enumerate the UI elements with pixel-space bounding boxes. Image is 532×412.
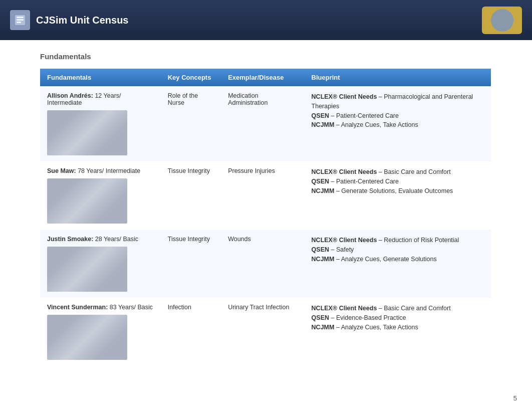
exemplar-cell-sue-maw: Pressure Injuries [221,161,304,230]
blueprint-line: QSEN – Evidence-Based Practice [312,314,406,321]
blueprint-line: NCLEX® Client Needs – Pharmacological an… [312,93,473,110]
blueprint-label: NCLEX® Client Needs [312,237,377,244]
patient-name: Justin Smoake: [47,236,93,243]
exemplar-cell-allison-andres: Medication Administration [221,86,304,161]
app-logo [10,10,30,30]
patient-info: 83 Years/ Basic [108,304,153,311]
blueprint-cell-sue-maw: NCLEX® Client Needs – Basic Care and Com… [305,161,491,230]
blueprint-line: NCJMM – Generate Solutions, Evaluate Out… [312,187,453,194]
blueprint-line: NCLEX® Client Needs – Basic Care and Com… [312,305,451,312]
blueprint-label: QSEN [312,112,329,119]
blueprint-value: – Basic Care and Comfort [377,168,450,175]
user-avatar-area[interactable] [482,7,522,34]
blueprint-value: – Safety [329,246,354,253]
patient-photo [47,315,127,360]
blueprint-line: QSEN – Patient-Centered Care [312,112,399,119]
app-title: CJSim Unit Census [36,15,128,26]
svg-rect-1 [17,17,24,18]
blueprint-cell-allison-andres: NCLEX® Client Needs – Pharmacological an… [305,86,491,161]
col-header-fundamentals: Fundamentals [40,69,161,86]
patient-info: 28 Years/ Basic [93,236,138,243]
svg-rect-3 [17,22,21,23]
blueprint-value: – Generate Solutions, Evaluate Outcomes [334,187,453,194]
col-header-key-concepts: Key Concepts [161,69,221,86]
blueprint-value: – Reduction of Risk Potential [377,237,459,244]
header-left: CJSim Unit Census [10,10,128,30]
blueprint-label: NCJMM [312,187,335,194]
patient-photo [47,178,127,224]
exemplar-cell-justin-smoake: Wounds [221,230,304,298]
patient-name: Allison Andrés: [47,92,93,99]
table-row: Vincent Sunderman: 83 Years/ BasicInfect… [40,298,491,366]
blueprint-line: QSEN – Safety [312,246,354,253]
app-header: CJSim Unit Census [0,0,532,40]
patient-cell-sue-maw: Sue Maw: 78 Years/ Intermediate [40,161,161,230]
blueprint-label: NCLEX® Client Needs [312,93,377,100]
blueprint-value: – Analyze Cues, Generate Solutions [334,256,436,263]
blueprint-label: NCJMM [312,256,335,263]
blueprint-value: – Patient-Centered Care [329,112,399,119]
fundamentals-table: Fundamentals Key Concepts Exemplar/Disea… [40,69,491,366]
blueprint-cell-justin-smoake: NCLEX® Client Needs – Reduction of Risk … [305,230,491,298]
key-concept-cell-vincent-sunderman: Infection [161,298,221,366]
patient-name: Sue Maw: [47,167,76,174]
blueprint-line: NCJMM – Analyze Cues, Take Actions [312,324,418,331]
blueprint-value: – Patient-Centered Care [329,178,399,185]
blueprint-value: – Analyze Cues, Take Actions [334,121,418,128]
svg-rect-2 [17,19,24,21]
blueprint-line: NCLEX® Client Needs – Basic Care and Com… [312,168,451,175]
blueprint-value: – Analyze Cues, Take Actions [334,324,418,331]
user-avatar [491,9,513,32]
table-row: Sue Maw: 78 Years/ IntermediateTissue In… [40,161,491,230]
blueprint-cell-vincent-sunderman: NCLEX® Client Needs – Basic Care and Com… [305,298,491,366]
blueprint-line: QSEN – Patient-Centered Care [312,178,399,185]
blueprint-label: NCLEX® Client Needs [312,168,377,175]
patient-photo [47,110,127,155]
col-header-exemplar: Exemplar/Disease [221,69,304,86]
table-row: Justin Smoake: 28 Years/ BasicTissue Int… [40,230,491,298]
key-concept-cell-allison-andres: Role of the Nurse [161,86,221,161]
blueprint-label: QSEN [312,314,329,321]
page-number: 5 [513,394,517,402]
blueprint-line: NCJMM – Analyze Cues, Generate Solutions [312,256,437,263]
key-concept-cell-justin-smoake: Tissue Integrity [161,230,221,298]
patient-cell-allison-andres: Allison Andrés: 12 Years/ Intermediate [40,86,161,161]
patient-cell-vincent-sunderman: Vincent Sunderman: 83 Years/ Basic [40,298,161,366]
blueprint-value: – Evidence-Based Practice [329,314,406,321]
blueprint-line: NCLEX® Client Needs – Reduction of Risk … [312,237,459,244]
blueprint-label: NCJMM [312,324,335,331]
patient-cell-justin-smoake: Justin Smoake: 28 Years/ Basic [40,230,161,298]
blueprint-label: NCJMM [312,121,335,128]
blueprint-line: NCJMM – Analyze Cues, Take Actions [312,121,418,128]
blueprint-value: – Basic Care and Comfort [377,305,450,312]
blueprint-label: NCLEX® Client Needs [312,305,377,312]
patient-info: 78 Years/ Intermediate [76,167,141,174]
blueprint-label: QSEN [312,178,329,185]
table-header-row: Fundamentals Key Concepts Exemplar/Disea… [40,69,491,86]
patient-name: Vincent Sunderman: [47,304,108,311]
table-row: Allison Andrés: 12 Years/ IntermediateRo… [40,86,491,161]
main-content: Fundamentals Fundamentals Key Concepts E… [0,40,532,412]
blueprint-label: QSEN [312,246,329,253]
exemplar-cell-vincent-sunderman: Urinary Tract Infection [221,298,304,366]
patient-photo [47,247,127,292]
page-heading: Fundamentals [40,52,512,61]
key-concept-cell-sue-maw: Tissue Integrity [161,161,221,230]
col-header-blueprint: Blueprint [305,69,491,86]
